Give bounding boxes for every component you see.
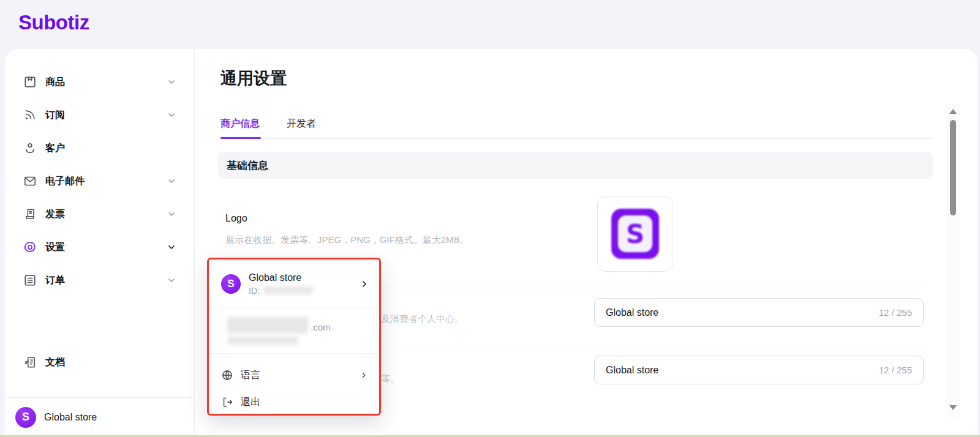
section-header-basic-info: 基础信息 (218, 152, 933, 179)
email-suffix: .com (311, 322, 331, 332)
logo-field-description: 展示在收据、发票等。JPEG，PNG，GIF格式。最大2MB。 (225, 234, 469, 246)
docs-icon (23, 356, 37, 369)
sidebar-item-label: 文档 (45, 356, 176, 369)
mail-icon (23, 174, 37, 188)
chevron-down-icon (167, 275, 176, 285)
tab-merchant-info[interactable]: 商户信息 (221, 118, 260, 139)
scrollbar-up-arrow[interactable] (949, 109, 957, 114)
sidebar-store-switcher[interactable]: S Global store (6, 397, 194, 436)
customer-icon (23, 141, 37, 155)
char-counter: 12 / 255 (879, 365, 912, 375)
popup-avatar-letter: S (227, 278, 234, 290)
tab-bar: 商户信息 开发者 (221, 118, 316, 139)
email-redacted-line2 (227, 337, 298, 345)
store-name: Global store (44, 412, 97, 423)
store-avatar-letter: S (22, 411, 29, 424)
input-value: Global store (606, 365, 658, 376)
scrollbar-down-arrow[interactable] (949, 405, 957, 410)
sidebar-item-label: 设置 (45, 241, 167, 254)
popup-store-avatar: S (221, 274, 241, 294)
field-description-fragment: 等。 (381, 373, 399, 385)
sidebar-item-products[interactable]: 商品 (23, 71, 176, 93)
input-value: Global store (606, 307, 658, 318)
active-tab-underline (221, 137, 261, 139)
sidebar-item-label: 商品 (45, 76, 167, 89)
char-counter: 12 / 255 (879, 307, 912, 318)
chevron-down-icon (167, 209, 176, 219)
tab-bar-border (218, 138, 933, 139)
sidebar-item-label: 订阅 (45, 109, 167, 122)
statement-name-input[interactable]: Global store 12 / 255 (594, 356, 924, 384)
sidebar-item-label: 客户 (45, 142, 176, 155)
sidebar-item-label: 发票 (45, 208, 167, 221)
store-avatar: S (15, 407, 36, 428)
store-id-redacted (264, 286, 313, 294)
chevron-right-icon (360, 279, 369, 289)
popup-logout-item[interactable]: 退出 (221, 392, 368, 412)
chevron-right-icon (360, 371, 368, 379)
field-description-fragment: 及消费者个人中心。 (381, 313, 464, 325)
chevron-down-icon (167, 242, 176, 252)
tab-developer[interactable]: 开发者 (287, 118, 316, 139)
orders-icon (23, 274, 37, 287)
sidebar-item-customers[interactable]: 客户 (23, 137, 176, 159)
logo-upload-preview[interactable]: S (597, 196, 673, 272)
merchant-name-input[interactable]: Global store 12 / 255 (594, 298, 924, 327)
popup-store-row[interactable]: S Global store ID: (209, 260, 379, 308)
sidebar-item-orders[interactable]: 订单 (23, 269, 176, 291)
app-logo[interactable]: Subotiz (18, 11, 89, 34)
sidebar-item-email[interactable]: 电子邮件 (23, 170, 176, 192)
popup-item-label: 退出 (241, 396, 368, 409)
popup-divider (209, 353, 379, 354)
store-logo-image: S (611, 209, 659, 259)
logout-icon (221, 396, 233, 408)
account-popup: S Global store ID: .com 语言 退出 (207, 258, 381, 416)
rss-icon (23, 108, 37, 122)
logo-field-label: Logo (225, 213, 247, 224)
sidebar-item-label: 订单 (45, 274, 167, 287)
popup-email-section: .com (209, 308, 379, 353)
email-redacted (227, 317, 308, 334)
store-id-label: ID: (249, 286, 260, 296)
popup-item-label: 语言 (241, 369, 360, 382)
popup-language-item[interactable]: 语言 (221, 365, 368, 385)
sidebar-divider (194, 49, 195, 437)
package-icon (23, 75, 37, 89)
invoice-icon (23, 207, 37, 221)
chevron-down-icon (167, 176, 176, 186)
sidebar-item-settings[interactable]: 设置 (23, 236, 176, 258)
sidebar-item-label: 电子邮件 (45, 175, 167, 188)
globe-icon (221, 369, 233, 381)
page-title: 通用设置 (221, 67, 287, 89)
store-logo-letter: S (618, 215, 652, 252)
sidebar-item-docs[interactable]: 文档 (23, 351, 176, 373)
sidebar-item-subscriptions[interactable]: 订阅 (23, 104, 176, 126)
chevron-down-icon (167, 77, 176, 87)
popup-store-name: Global store (249, 272, 360, 283)
chevron-down-icon (167, 110, 176, 120)
sidebar-item-invoices[interactable]: 发票 (23, 203, 176, 225)
gear-icon (23, 241, 37, 254)
section-title: 基础信息 (227, 159, 268, 173)
scrollbar-thumb[interactable] (950, 120, 956, 215)
